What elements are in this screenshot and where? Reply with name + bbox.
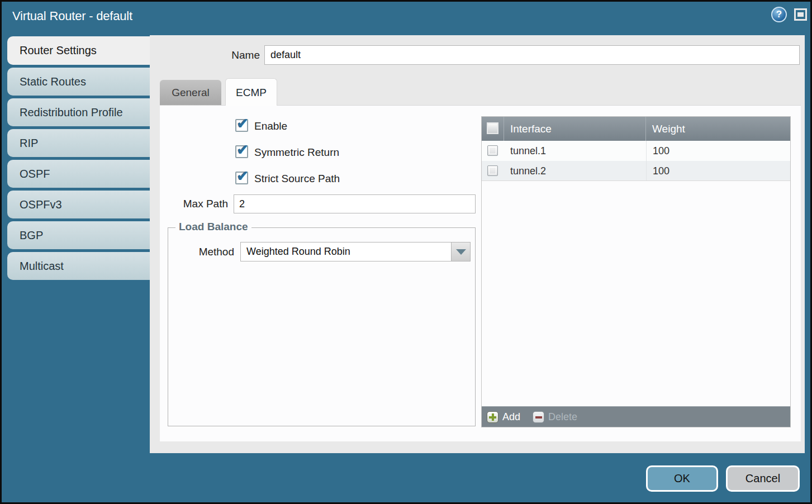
header-checkbox-cell (482, 117, 504, 141)
symmetric-return-checkbox[interactable]: ✔ (235, 145, 248, 158)
tab-general[interactable]: General (160, 80, 221, 106)
name-label: Name (214, 49, 260, 61)
sidebar-item-router-settings[interactable]: Router Settings (7, 36, 150, 65)
sidebar-item-static-routes[interactable]: Static Routes (7, 68, 150, 96)
enable-checkbox[interactable]: ✔ (235, 119, 248, 132)
row-checkbox-cell (482, 141, 504, 161)
checkmark-icon: ✔ (236, 115, 249, 132)
enable-label: Enable (254, 120, 287, 132)
help-icon[interactable]: ? (771, 7, 787, 22)
symmetric-return-label: Symmetric Return (254, 146, 339, 159)
weight-cell: 100 (646, 161, 790, 180)
strict-source-path-checkbox[interactable]: ✔ (235, 172, 248, 184)
checkmark-icon: ✔ (236, 141, 249, 159)
table-footer: Add Delete (482, 406, 790, 427)
delete-icon[interactable] (533, 411, 544, 423)
tab-ecmp[interactable]: ECMP (225, 78, 277, 106)
sidebar-item-ospf[interactable]: OSPF (7, 160, 150, 188)
name-input[interactable] (264, 45, 800, 65)
dialog-title: Virtual Router - default (12, 9, 132, 23)
add-icon[interactable] (487, 411, 498, 423)
weight-column-header: Weight (646, 117, 790, 141)
sidebar-item-rip[interactable]: RIP (7, 129, 150, 157)
interface-cell: tunnel.1 (504, 141, 646, 161)
table-row[interactable]: tunnel.1 100 (482, 141, 790, 161)
method-label: Method (169, 246, 234, 258)
row-checkbox-cell (482, 161, 504, 180)
select-all-checkbox[interactable] (487, 122, 498, 134)
ok-button[interactable]: OK (646, 465, 718, 492)
load-balance-legend: Load Balance (175, 221, 251, 233)
method-selected-value: Weighted Round Robin (246, 243, 350, 261)
table-header-row: Interface Weight (482, 117, 790, 141)
add-button[interactable]: Add (502, 411, 520, 423)
sidebar-item-ospfv3[interactable]: OSPFv3 (7, 191, 150, 218)
interface-column-header: Interface (504, 117, 646, 141)
chevron-down-icon[interactable] (451, 243, 470, 261)
table-row[interactable]: tunnel.2 100 (482, 161, 790, 181)
interface-cell: tunnel.2 (504, 161, 646, 180)
delete-button[interactable]: Delete (548, 411, 577, 423)
max-path-label: Max Path (168, 198, 228, 210)
interface-table: Interface Weight tunnel.1 100 tunnel.2 1… (481, 116, 791, 427)
restore-window-icon[interactable] (794, 8, 807, 21)
weight-cell: 100 (646, 141, 790, 161)
method-dropdown[interactable]: Weighted Round Robin (240, 242, 471, 261)
row-checkbox[interactable] (487, 145, 498, 156)
strict-source-path-label: Strict Source Path (254, 173, 340, 185)
sidebar-item-redistribution-profile[interactable]: Redistribution Profile (7, 98, 150, 126)
sidebar-item-bgp[interactable]: BGP (7, 221, 150, 249)
checkmark-icon: ✔ (236, 168, 249, 185)
row-checkbox[interactable] (487, 165, 498, 176)
max-path-input[interactable] (234, 194, 476, 213)
cancel-button[interactable]: Cancel (726, 465, 800, 492)
sidebar-item-multicast[interactable]: Multicast (7, 252, 150, 280)
virtual-router-dialog: Virtual Router - default ? Router Settin… (0, 0, 812, 504)
